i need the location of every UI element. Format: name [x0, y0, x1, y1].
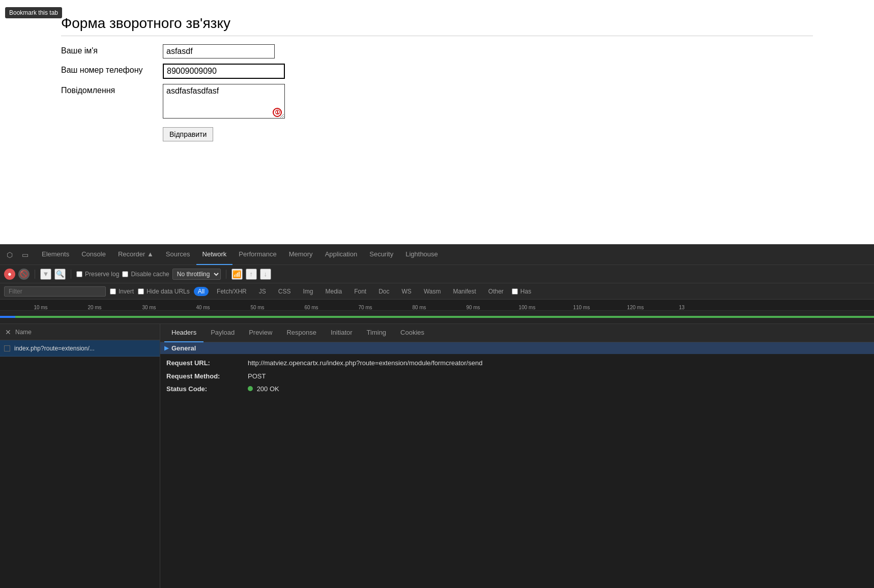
timeline-mark-80: 80 ms: [412, 305, 426, 310]
throttle-select[interactable]: No throttling: [172, 269, 221, 280]
disable-cache-label[interactable]: Disable cache: [122, 271, 169, 278]
phone-label: Ваш номер телефону: [61, 64, 163, 75]
request-list-pane: ✕ Name index.php?route=extension/...: [0, 324, 160, 588]
detail-tab-initiator[interactable]: Initiator: [324, 324, 360, 342]
timeline-ruler: 10 ms 20 ms 30 ms 40 ms 50 ms 60 ms 70 m…: [0, 300, 874, 311]
filter-js-button[interactable]: JS: [255, 287, 270, 296]
devtools-tabs-bar: ⬡ ▭ Elements Console Recorder ▲ Sources …: [0, 245, 874, 265]
filter-all-button[interactable]: All: [194, 287, 209, 296]
tab-sources[interactable]: Sources: [160, 245, 196, 265]
filter-ws-button[interactable]: WS: [398, 287, 416, 296]
submit-button[interactable]: Відправити: [163, 127, 213, 141]
tab-security[interactable]: Security: [363, 245, 399, 265]
detail-tab-cookies[interactable]: Cookies: [393, 324, 431, 342]
request-method-value: POST: [248, 371, 266, 381]
filter-icon[interactable]: ▼: [40, 269, 51, 280]
tab-application[interactable]: Application: [319, 245, 364, 265]
preserve-log-label[interactable]: Preserve log: [76, 271, 119, 278]
filter-css-button[interactable]: CSS: [274, 287, 295, 296]
tab-network[interactable]: Network: [196, 245, 233, 265]
name-label: Ваше ім'я: [61, 44, 163, 55]
page-area: Bookmark this tab Форма зворотного зв'яз…: [0, 0, 874, 244]
invert-checkbox[interactable]: [110, 288, 116, 295]
page-title: Форма зворотного зв'язку: [61, 15, 813, 36]
request-checkbox[interactable]: [4, 345, 10, 351]
devtools-main-panel: ✕ Name index.php?route=extension/... Hea…: [0, 324, 874, 588]
upload-icon[interactable]: ↑: [246, 269, 257, 280]
filter-input[interactable]: [4, 286, 106, 297]
status-code-row: Status Code: 200 OK: [166, 384, 868, 394]
has-checkbox[interactable]: [512, 288, 518, 295]
status-dot: [248, 386, 253, 391]
message-label: Повідомлення: [61, 84, 163, 95]
bookmark-tooltip: Bookmark this tab: [5, 7, 62, 18]
tab-elements[interactable]: Elements: [36, 245, 75, 265]
general-section-header: ▶ General: [160, 342, 874, 354]
timeline-mark-90: 90 ms: [466, 305, 480, 310]
status-code-value: 200 OK: [248, 384, 279, 394]
hide-data-urls-label[interactable]: Hide data URLs: [138, 288, 190, 295]
details-tabs-bar: Headers Payload Preview Response Initiat…: [160, 324, 874, 342]
timeline-mark-20: 20 ms: [88, 305, 101, 310]
detail-tab-timing[interactable]: Timing: [360, 324, 394, 342]
filter-other-button[interactable]: Other: [484, 287, 508, 296]
filter-wasm-button[interactable]: Wasm: [420, 287, 445, 296]
detail-tab-response[interactable]: Response: [279, 324, 324, 342]
status-code-key: Status Code:: [166, 384, 248, 394]
timeline-mark-60: 60 ms: [304, 305, 318, 310]
clear-button[interactable]: 🚫: [18, 269, 30, 280]
timeline-mark-40: 40 ms: [196, 305, 210, 310]
details-content: ▶ General Request URL: http://matviez.op…: [160, 342, 874, 588]
request-method-row: Request Method: POST: [166, 371, 868, 381]
details-pane: Headers Payload Preview Response Initiat…: [160, 324, 874, 588]
message-textarea[interactable]: [163, 84, 285, 119]
detail-tab-payload[interactable]: Payload: [203, 324, 242, 342]
tab-lighthouse[interactable]: Lighthouse: [399, 245, 444, 265]
detail-tab-headers[interactable]: Headers: [164, 324, 203, 342]
devtools-filter-bar: Invert Hide data URLs All Fetch/XHR JS C…: [0, 283, 874, 300]
devtools-controls-bar: ● 🚫 ▼ 🔍 Preserve log Disable cache No th…: [0, 265, 874, 283]
timeline-mark-10: 10 ms: [34, 305, 47, 310]
separator-2: [71, 270, 71, 279]
filter-media-button[interactable]: Media: [321, 287, 346, 296]
disable-cache-checkbox[interactable]: [122, 271, 128, 277]
wifi-icon[interactable]: 📶: [231, 269, 243, 280]
filter-fetch-xhr-button[interactable]: Fetch/XHR: [213, 287, 251, 296]
filter-manifest-button[interactable]: Manifest: [449, 287, 480, 296]
request-url-value: http://matviez.opencartx.ru/index.php?ro…: [248, 358, 482, 368]
timeline-mark-100: 100 ms: [519, 305, 536, 310]
detail-tab-preview[interactable]: Preview: [242, 324, 279, 342]
cursor-icon[interactable]: ⬡: [3, 248, 16, 261]
timeline-mark-30: 30 ms: [142, 305, 156, 310]
phone-input[interactable]: [163, 64, 285, 79]
timeline-green-bar: [0, 316, 874, 318]
timeline-blue-bar: [0, 316, 15, 318]
request-item[interactable]: index.php?route=extension/...: [0, 340, 160, 357]
timeline-mark-50: 50 ms: [250, 305, 264, 310]
request-item-name: index.php?route=extension/...: [14, 345, 95, 352]
tab-recorder[interactable]: Recorder ▲: [112, 245, 160, 265]
search-icon[interactable]: 🔍: [54, 269, 66, 280]
tab-memory[interactable]: Memory: [283, 245, 319, 265]
separator-3: [226, 270, 226, 279]
tab-console[interactable]: Console: [75, 245, 112, 265]
invert-label[interactable]: Invert: [110, 288, 134, 295]
record-button[interactable]: ●: [4, 269, 15, 280]
preserve-log-checkbox[interactable]: [76, 271, 82, 277]
filter-img-button[interactable]: Img: [299, 287, 317, 296]
filter-font-button[interactable]: Font: [350, 287, 370, 296]
download-icon[interactable]: ↓: [260, 269, 271, 280]
close-panel-button[interactable]: ✕: [4, 328, 12, 336]
textarea-wrapper: ①: [163, 84, 285, 120]
devtools-icon-group: ⬡ ▭: [3, 248, 32, 261]
hide-data-urls-checkbox[interactable]: [138, 288, 144, 295]
tab-performance[interactable]: Performance: [232, 245, 282, 265]
mobile-icon[interactable]: ▭: [18, 248, 32, 261]
request-url-key: Request URL:: [166, 358, 248, 368]
has-label[interactable]: Has: [512, 288, 531, 295]
phone-row: Ваш номер телефону: [61, 64, 813, 79]
name-input[interactable]: [163, 44, 275, 58]
filter-doc-button[interactable]: Doc: [374, 287, 393, 296]
timeline-mark-13: 13: [679, 305, 684, 310]
request-list-header: ✕ Name: [0, 324, 160, 340]
